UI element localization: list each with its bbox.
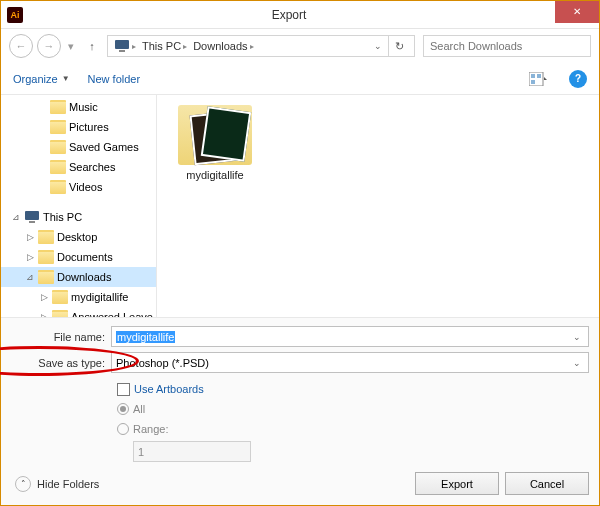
sidebar-item-music[interactable]: Music (1, 97, 156, 117)
svg-rect-4 (537, 74, 541, 78)
svg-rect-6 (25, 211, 39, 220)
export-dialog: Ai Export ✕ ← → ▾ ↑ ▸ This PC▸ Downloads… (0, 0, 600, 506)
refresh-icon[interactable]: ↻ (388, 35, 410, 57)
chevron-up-icon: ˄ (15, 476, 31, 492)
sidebar-item-mydigitallife[interactable]: ▷mydigitallife (1, 287, 156, 307)
range-radio (117, 423, 129, 435)
breadcrumb-item-downloads[interactable]: Downloads▸ (191, 40, 255, 52)
sidebar-item-pictures[interactable]: Pictures (1, 117, 156, 137)
use-artboards-checkbox[interactable] (117, 383, 130, 396)
range-label: Range: (133, 423, 168, 435)
breadcrumb-dropdown-icon[interactable]: ⌄ (370, 41, 386, 51)
breadcrumb-item-thispc[interactable]: This PC▸ (140, 40, 189, 52)
forward-icon[interactable]: → (37, 34, 61, 58)
range-input (133, 441, 251, 462)
svg-rect-3 (531, 74, 535, 78)
svg-rect-0 (115, 40, 129, 49)
folder-icon (178, 105, 252, 165)
app-icon: Ai (7, 7, 23, 23)
savetype-label: Save as type: (11, 357, 111, 369)
folder-item[interactable]: mydigitallife (171, 105, 259, 181)
sidebar-item-downloads[interactable]: ⊿Downloads (1, 267, 156, 287)
toolbar: Organize▼ New folder ? (1, 63, 599, 95)
bottom-panel: File name: mydigitallife ⌄ Save as type:… (1, 317, 599, 505)
organize-button[interactable]: Organize▼ (13, 73, 70, 85)
sidebar-item-desktop[interactable]: ▷Desktop (1, 227, 156, 247)
sidebar-item-documents[interactable]: ▷Documents (1, 247, 156, 267)
window-title: Export (23, 8, 555, 22)
close-icon[interactable]: ✕ (555, 1, 599, 23)
sidebar-item-answeredleave[interactable]: ▷Answered Leave (1, 307, 156, 317)
savetype-dropdown-icon[interactable]: ⌄ (570, 358, 584, 368)
cancel-button[interactable]: Cancel (505, 472, 589, 495)
nav-bar: ← → ▾ ↑ ▸ This PC▸ Downloads▸ ⌄ ↻ (1, 29, 599, 63)
sidebar-item-searches[interactable]: Searches (1, 157, 156, 177)
sidebar-spacer (1, 197, 156, 207)
folder-label: mydigitallife (171, 169, 259, 181)
all-radio (117, 403, 129, 415)
svg-rect-5 (531, 80, 535, 84)
history-dropdown-icon[interactable]: ▾ (65, 34, 77, 58)
filename-dropdown-icon[interactable]: ⌄ (570, 332, 584, 342)
sidebar[interactable]: Music Pictures Saved Games Searches Vide… (1, 95, 157, 317)
breadcrumb-root-icon[interactable]: ▸ (112, 39, 138, 53)
hide-folders-button[interactable]: ˄ Hide Folders (15, 476, 99, 492)
use-artboards-label[interactable]: Use Artboards (134, 383, 204, 395)
svg-rect-1 (119, 50, 125, 52)
sidebar-item-thispc[interactable]: ⊿This PC (1, 207, 156, 227)
savetype-select[interactable]: Photoshop (*.PSD) ⌄ (111, 352, 589, 373)
body: Music Pictures Saved Games Searches Vide… (1, 95, 599, 317)
export-button[interactable]: Export (415, 472, 499, 495)
filename-input[interactable]: mydigitallife ⌄ (111, 326, 589, 347)
up-icon[interactable]: ↑ (81, 35, 103, 57)
all-label: All (133, 403, 145, 415)
filename-label: File name: (11, 331, 111, 343)
search-input[interactable] (423, 35, 591, 57)
breadcrumb[interactable]: ▸ This PC▸ Downloads▸ ⌄ ↻ (107, 35, 415, 57)
back-icon[interactable]: ← (9, 34, 33, 58)
sidebar-item-videos[interactable]: Videos (1, 177, 156, 197)
sidebar-item-savedgames[interactable]: Saved Games (1, 137, 156, 157)
file-pane[interactable]: mydigitallife (157, 95, 599, 317)
new-folder-button[interactable]: New folder (88, 73, 141, 85)
help-icon[interactable]: ? (569, 70, 587, 88)
view-options-icon[interactable] (525, 68, 551, 90)
titlebar: Ai Export ✕ (1, 1, 599, 29)
svg-rect-7 (29, 221, 35, 223)
